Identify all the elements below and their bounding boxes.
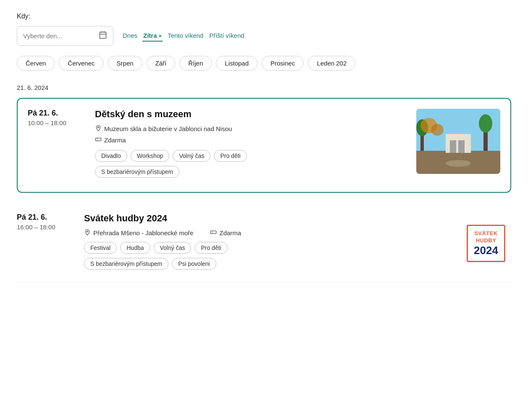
event1-location: Muzeum skla a bižuterie v Jablonci nad N…: [95, 125, 408, 133]
svg-rect-5: [95, 138, 101, 141]
event1-date-col: Pá 21. 6. 10:00 – 18:00: [28, 109, 87, 182]
event-card-2[interactable]: Pá 21. 6. 16:00 – 18:00 Svátek hudby 202…: [17, 205, 511, 283]
month-btn-leden[interactable]: Leden 202: [308, 56, 355, 71]
tag-pro-deti-2[interactable]: Pro děti: [194, 242, 227, 254]
month-btn-prosinec[interactable]: Prosinec: [262, 56, 304, 71]
event1-price: Zdarma: [95, 136, 408, 144]
event1-image: [416, 109, 500, 174]
kdy-label: Kdy:: [17, 13, 511, 20]
event1-day: Pá 21. 6.: [28, 109, 87, 118]
svg-rect-0: [100, 32, 106, 38]
tag-hudba[interactable]: Hudba: [120, 242, 150, 254]
month-btn-zari[interactable]: Září: [147, 56, 176, 71]
month-btn-cerven[interactable]: Červen: [17, 56, 55, 71]
filter-zitra[interactable]: Zítra×: [142, 30, 163, 42]
event1-title: Dětský den s muzeem: [95, 109, 408, 120]
month-btn-srpen[interactable]: Srpen: [108, 56, 142, 71]
date-input[interactable]: [23, 32, 95, 39]
svatek-text-year: 2024: [474, 244, 498, 257]
event1-tags: Divadlo Workshop Volný čas Pro děti: [95, 150, 408, 162]
svg-point-4: [97, 126, 99, 128]
svg-point-18: [431, 124, 444, 136]
tag-divadlo[interactable]: Divadlo: [95, 150, 127, 162]
event2-price: Zdarma: [210, 229, 241, 237]
month-btn-cervenec[interactable]: Červenec: [59, 56, 103, 71]
tag-bezbarierovy-2[interactable]: S bezbariérovým přístupem: [84, 258, 168, 270]
filter-pristi-vikend[interactable]: Příští víkend: [208, 30, 245, 42]
svatek-hudby-logo: SVÁTEKHUDBY 2024: [461, 213, 511, 274]
month-btn-listopad[interactable]: Listopad: [216, 56, 257, 71]
svg-point-19: [87, 231, 88, 232]
tag-workshop[interactable]: Workshop: [131, 150, 170, 162]
svg-point-16: [446, 160, 471, 167]
date-heading: 21. 6. 2024: [17, 84, 511, 91]
ticket-icon-2: [210, 229, 217, 237]
month-btn-rijen[interactable]: Říjen: [179, 56, 212, 71]
quick-filters: Dnes Zítra× Tento víkend Příští víkend: [122, 30, 245, 42]
event-card-1[interactable]: Pá 21. 6. 10:00 – 18:00 Dětský den s muz…: [17, 98, 511, 193]
tag-festival[interactable]: Festival: [84, 242, 117, 254]
svg-point-12: [479, 114, 492, 133]
event2-title: Svátek hudby 2024: [84, 213, 452, 224]
svg-rect-20: [211, 231, 216, 234]
ticket-icon-1: [95, 136, 102, 144]
month-row: Červen Červenec Srpen Září Říjen Listopa…: [17, 56, 511, 71]
calendar-icon: [99, 31, 107, 41]
event2-content: Svátek hudby 2024 Přehrada Mšeno - Jablo…: [84, 213, 452, 274]
tag-bezbarierovy[interactable]: S bezbariérovým přístupem: [95, 166, 179, 178]
event2-location: Přehrada Mšeno - Jablonecké moře: [84, 229, 193, 237]
event2-day: Pá 21. 6.: [17, 213, 76, 222]
filter-dnes[interactable]: Dnes: [122, 30, 138, 42]
filter-zitra-close[interactable]: ×: [159, 33, 162, 39]
svatek-text-top: SVÁTEKHUDBY: [474, 230, 498, 244]
pin-icon-2: [84, 229, 91, 237]
event2-date-col: Pá 21. 6. 16:00 – 18:00: [17, 213, 76, 274]
tag-volny-cas-2[interactable]: Volný čas: [154, 242, 192, 254]
svg-rect-15: [458, 140, 465, 153]
tag-pro-deti[interactable]: Pro děti: [214, 150, 247, 162]
event2-meta-row: Přehrada Mšeno - Jablonecké moře Zdarma: [84, 229, 452, 237]
date-input-wrapper[interactable]: [17, 26, 113, 46]
tag-volny-cas[interactable]: Volný čas: [173, 150, 210, 162]
pin-icon-1: [95, 125, 102, 133]
event2-tags: Festival Hudba Volný čas Pro děti: [84, 242, 452, 254]
filter-tento-vikend[interactable]: Tento víkend: [167, 30, 204, 42]
event1-tags2: S bezbariérovým přístupem: [95, 166, 408, 178]
tag-psi-povoleni[interactable]: Psi povoleni: [172, 258, 216, 270]
svg-rect-14: [450, 140, 456, 153]
event2-tags2: S bezbariérovým přístupem Psi povoleni: [84, 258, 452, 270]
kdy-row: Dnes Zítra× Tento víkend Příští víkend: [17, 26, 511, 46]
event1-time: 10:00 – 18:00: [28, 119, 87, 126]
event2-time: 16:00 – 18:00: [17, 223, 76, 231]
event1-content: Dětský den s muzeem Muzeum skla a bižute…: [95, 109, 408, 182]
